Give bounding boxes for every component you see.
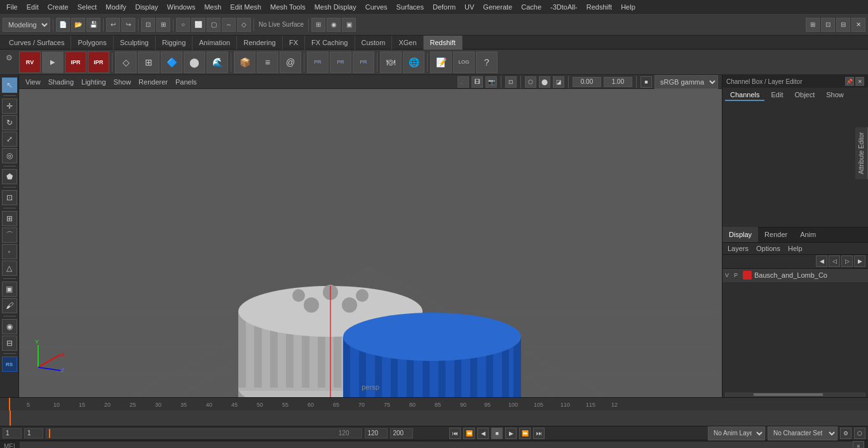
color-profile-select[interactable]: sRGB gamma: [654, 75, 718, 89]
redo-btn[interactable]: ↪: [121, 18, 135, 32]
ui-settings-btn[interactable]: ⊡: [821, 18, 835, 32]
rotate-tool-btn[interactable]: ↻: [2, 115, 17, 130]
last-tool-btn[interactable]: ◎: [2, 148, 17, 163]
menu-redshift[interactable]: Redshift: [583, 2, 616, 12]
menu-edit-mesh[interactable]: Edit Mesh: [226, 2, 265, 12]
stop-btn[interactable]: ■: [491, 428, 503, 439]
snap-to-curve-btn[interactable]: ⌒: [2, 227, 17, 243]
shelf-icon-pr2[interactable]: PR: [330, 51, 351, 73]
vp-menu-shading[interactable]: Shading: [46, 78, 76, 86]
layer-tab-render[interactable]: Render: [758, 227, 794, 242]
redshift-logo-btn[interactable]: RS: [2, 356, 17, 372]
undo-btn[interactable]: ↩: [106, 18, 120, 32]
channel-box-area[interactable]: [722, 103, 868, 227]
layer-next-btn[interactable]: ▷: [841, 255, 853, 267]
move-tool-btn[interactable]: ✛: [2, 98, 17, 114]
timeline-track[interactable]: [0, 411, 868, 426]
playback-start-btn[interactable]: ⏮: [449, 428, 461, 439]
layer-p-btn[interactable]: P: [734, 272, 740, 278]
shelf-tab-sculpting[interactable]: Sculpting: [114, 36, 156, 50]
shelf-icon-grid[interactable]: ⊞: [138, 51, 159, 73]
shelf-tab-xgen[interactable]: XGen: [392, 36, 423, 50]
timeline-ruler[interactable]: 5 10 15 20 25 30 35 40 45 50 55 60 65 70…: [0, 398, 868, 411]
vp-solid-btn[interactable]: ⬤: [539, 76, 550, 88]
layer-next2-btn[interactable]: ▶: [854, 255, 865, 267]
cmd-history-btn[interactable]: ≡: [853, 441, 864, 449]
shelf-icon-pr1[interactable]: PR: [307, 51, 329, 73]
new-scene-btn[interactable]: 📄: [56, 18, 70, 32]
play-forward-btn[interactable]: ▶: [505, 428, 517, 439]
shelf-icon-cube[interactable]: 📦: [234, 51, 255, 73]
shelf-icon-ipr2[interactable]: IPR: [88, 51, 109, 73]
frame-end-input[interactable]: [365, 428, 388, 438]
select-tool-btn[interactable]: ↖: [2, 78, 17, 93]
render-region-btn[interactable]: ▣: [2, 282, 17, 297]
scene-settings-btn[interactable]: ⊞: [806, 18, 820, 32]
right-scroll-thumb[interactable]: [754, 393, 824, 396]
shelf-icon-ipr-play[interactable]: ▶: [42, 51, 64, 73]
vp-camera-input[interactable]: [573, 77, 601, 87]
ch-tab-show[interactable]: Show: [821, 90, 849, 101]
playback-end-input[interactable]: [390, 428, 413, 438]
shelf-settings-btn[interactable]: ⚙: [3, 51, 15, 64]
shelf-tab-redshift[interactable]: Redshift: [424, 36, 463, 50]
menu-help[interactable]: Help: [617, 2, 639, 12]
menu-mesh-tools[interactable]: Mesh Tools: [266, 2, 309, 12]
shelf-icon-log[interactable]: LOG: [453, 51, 475, 73]
paint-effects-btn[interactable]: 🖌: [2, 298, 17, 313]
layer-prev-btn[interactable]: ◀: [816, 255, 827, 267]
character-set-select[interactable]: No Character Set: [768, 426, 837, 440]
rect-select-btn[interactable]: ▢: [207, 18, 220, 32]
shelf-icon-plate[interactable]: 🍽: [380, 51, 402, 73]
playback-end-btn[interactable]: ⏭: [533, 428, 545, 439]
scale-tool-btn[interactable]: ⤢: [2, 132, 17, 147]
menu-select[interactable]: Select: [74, 2, 101, 12]
timeline-playhead[interactable]: [10, 411, 11, 426]
shelf-icon-rv[interactable]: RV: [19, 51, 41, 73]
attribute-editor-tab[interactable]: Attribute Editor: [855, 127, 868, 179]
menu-modify[interactable]: Modify: [102, 2, 130, 12]
save-scene-btn[interactable]: 💾: [86, 18, 100, 32]
shelf-icon-lines[interactable]: ≡: [257, 51, 278, 73]
menu-mesh[interactable]: Mesh: [200, 2, 225, 12]
menu-deform[interactable]: Deform: [429, 2, 459, 12]
layer-menu-layers[interactable]: Layers: [725, 245, 751, 252]
vp-isolate-btn[interactable]: ⊡: [505, 76, 517, 88]
menu-file[interactable]: File: [3, 2, 22, 12]
shelf-tab-fx[interactable]: FX: [283, 36, 305, 50]
shelf-icon-wave[interactable]: 🌊: [207, 51, 228, 73]
layout-btn[interactable]: ⊟: [836, 18, 850, 32]
shelf-tab-curves[interactable]: Curves / Surfaces: [3, 36, 71, 50]
ch-tab-object[interactable]: Object: [789, 90, 820, 101]
menu-mesh-display[interactable]: Mesh Display: [311, 2, 360, 12]
layer-row-1[interactable]: V P Bausch_and_Lomb_Co: [722, 269, 868, 283]
right-scroll-track[interactable]: [725, 393, 865, 397]
layer-v-btn[interactable]: V: [725, 272, 731, 278]
soft-select-btn[interactable]: ⬟: [2, 169, 17, 184]
toggle-display-btn[interactable]: ◉: [327, 18, 341, 32]
vp-menu-show[interactable]: Show: [111, 78, 134, 86]
shelf-tab-rendering[interactable]: Rendering: [237, 36, 283, 50]
rp-close-btn[interactable]: ✕: [855, 77, 864, 86]
vp-zoom-input[interactable]: [604, 77, 632, 87]
shelf-icon-help[interactable]: ?: [476, 51, 498, 73]
snap-to-grid-btn[interactable]: ⊞: [2, 211, 17, 226]
vp-menu-renderer[interactable]: Renderer: [136, 78, 170, 86]
shelf-tab-custom[interactable]: Custom: [355, 36, 393, 50]
current-frame-input[interactable]: [3, 428, 22, 438]
shelf-icon-script[interactable]: 📝: [430, 51, 452, 73]
menu-3dtoall[interactable]: -3DtoAll-: [546, 2, 581, 12]
shelf-tab-rigging[interactable]: Rigging: [156, 36, 193, 50]
right-panel-scrollbar[interactable]: [722, 392, 868, 397]
viewport-3d[interactable]: X Y Z persp: [19, 89, 722, 397]
toggle-snap-btn[interactable]: ⊞: [311, 18, 325, 32]
step-back-btn[interactable]: ⏪: [463, 428, 475, 439]
freeform-btn[interactable]: ～: [222, 18, 236, 32]
layer-prev2-btn[interactable]: ◁: [829, 255, 840, 267]
vp-cam-btn[interactable]: 🎥: [458, 76, 469, 88]
workspace-select[interactable]: Modeling: [3, 18, 50, 32]
layer-tab-anim[interactable]: Anim: [794, 227, 822, 242]
shelf-icon-diamond[interactable]: ◇: [115, 51, 137, 73]
layer-menu-help[interactable]: Help: [785, 245, 805, 252]
play-back-btn[interactable]: ◀: [477, 428, 489, 439]
